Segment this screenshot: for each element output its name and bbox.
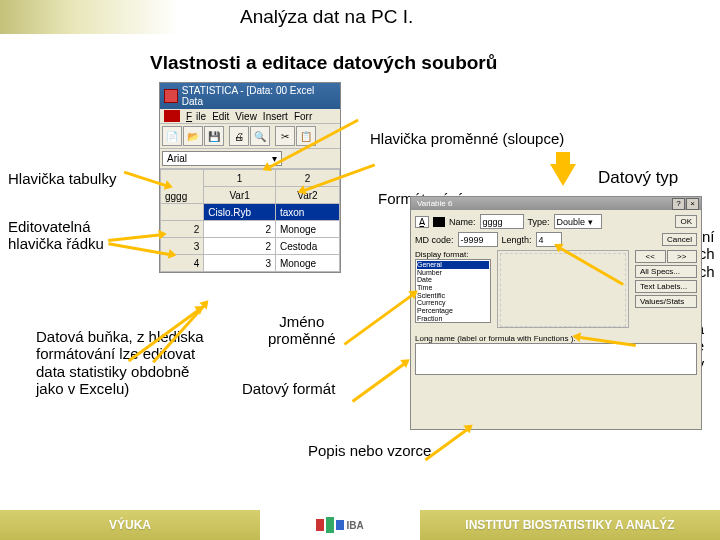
row-header[interactable] [161,204,204,221]
help-button[interactable]: ? [672,198,685,210]
format-option[interactable]: Number [417,269,489,277]
format-listbox[interactable]: General Number Date Time Scientific Curr… [415,259,491,323]
table-row: Cislo.Ryb taxon [161,204,340,221]
name-input[interactable]: gggg [480,214,524,229]
all-specs-button[interactable]: All Specs... [635,265,697,278]
label-hlavicka-tabulky: Hlavička tabulky [8,170,116,187]
page-subtitle: Vlastnosti a editace datových souborů [150,52,720,74]
menu-insert[interactable]: Insert [261,111,290,122]
close-button[interactable]: × [686,198,699,210]
new-button[interactable]: 📄 [162,126,182,146]
footer-logo-area: IBA [260,510,420,540]
cell[interactable]: Monoge [275,255,339,272]
cell[interactable]: Cislo.Ryb [204,204,276,221]
label-hlavicka-sloupce: Hlavička proměnné (sloupce) [370,130,564,147]
table-row: 4 3 Monoge [161,255,340,272]
footer-left: VÝUKA [0,510,260,540]
format-option[interactable]: Date [417,276,489,284]
cut-button[interactable]: ✂ [275,126,295,146]
col-num-2[interactable]: 2 [275,170,339,187]
arrow-icon [352,360,409,402]
col-name-1[interactable]: Var1 [204,187,276,204]
arrow-down-icon [550,164,576,186]
long-name-label: Long name (label or formula with Functio… [415,334,697,343]
ok-button[interactable]: OK [675,215,697,228]
menu-file[interactable]: File [184,111,208,122]
footer-right: INSTITUT BIOSTATISTIKY A ANALÝZ [420,510,720,540]
cancel-button[interactable]: Cancel [662,233,697,246]
window-title: STATISTICA - [Data: 00 Excel Data [182,85,336,107]
menu-edit[interactable]: Edit [210,111,231,122]
font-name: Arial [167,153,187,164]
variable-dialog: Variable 6 ? × A̲ Name: gggg Type: Doubl… [410,196,702,430]
arrow-icon [344,291,417,345]
cell[interactable]: 2 [204,238,276,255]
arrow-icon [108,233,164,242]
footer: VÝUKA IBA INSTITUT BIOSTATISTIKY A ANALÝ… [0,510,720,540]
cell[interactable]: 3 [204,255,276,272]
next-button[interactable]: >> [667,250,698,263]
values-stats-button[interactable]: Values/Stats [635,295,697,308]
window-title-bar: STATISTICA - [Data: 00 Excel Data [160,83,340,109]
prev-button[interactable]: << [635,250,666,263]
format-option[interactable]: Fraction [417,315,489,323]
type-input[interactable]: Double ▾ [554,214,602,229]
dialog-title: Variable 6 [413,199,452,208]
label-datovy-typ: Datový typ [598,168,678,188]
md-input[interactable]: -9999 [458,232,498,247]
long-name-input[interactable] [415,343,697,375]
table-row: 3 2 Cestoda [161,238,340,255]
format-option[interactable]: Time [417,284,489,292]
app-icon [164,89,178,103]
cell[interactable]: 2 [204,221,276,238]
label-datova-bunka: Datová buňka, z hlediska formátování lze… [36,328,204,397]
display-format-label: Display format: [415,250,491,259]
save-button[interactable]: 💾 [204,126,224,146]
preview-button[interactable]: 🔍 [250,126,270,146]
table-row: 2 2 Monoge [161,221,340,238]
cell[interactable]: taxon [275,204,339,221]
font-row: Arial ▾ [160,149,340,169]
menu-bar[interactable]: File Edit View Insert Forr [160,109,340,124]
content-area: Hlavička proměnné (sloupce) Hlavička tab… [0,80,720,500]
format-option[interactable]: General [417,261,489,269]
menu-view[interactable]: View [233,111,259,122]
open-button[interactable]: 📂 [183,126,203,146]
iba-logo: IBA [316,517,363,533]
label-editovatelna-hlavicka: Editovatelná hlavička řádku [8,218,104,253]
label-jmeno-promenne: Jméno proměnné [268,313,336,348]
doc-icon [164,110,180,122]
arrow-icon [424,426,471,461]
label-popis-vzorce: Popis nebo vzorce [308,442,431,459]
text-labels-button[interactable]: Text Labels... [635,280,697,293]
cell[interactable]: Monoge [275,221,339,238]
format-option[interactable]: Percentage [417,307,489,315]
statistica-window: STATISTICA - [Data: 00 Excel Data File E… [159,82,341,273]
page-title-bar: Analýza dat na PC I. [0,0,720,34]
format-option[interactable]: Currency [417,299,489,307]
cell[interactable]: Cestoda [275,238,339,255]
format-option[interactable]: Scientific [417,292,489,300]
label-datovy-format: Datový formát [242,380,335,397]
menu-format[interactable]: Forr [292,111,314,122]
dialog-title-bar: Variable 6 ? × [411,197,701,210]
print-button[interactable]: 🖨 [229,126,249,146]
page-title: Analýza dat na PC I. [240,6,413,28]
